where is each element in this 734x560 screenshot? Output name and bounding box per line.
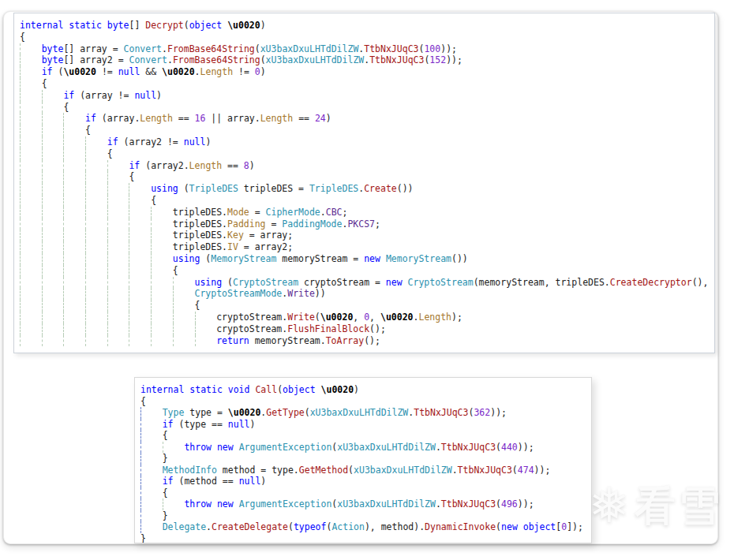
indent-guide [151,312,173,323]
indent-guide [20,102,42,114]
screenshot-root: internal static byte[] Decrypt(object \u… [0,0,734,560]
indent-guide [42,277,64,289]
code-line: tripleDES.IV = array2; [20,241,714,253]
indent-guide [20,312,42,323]
indent-guide [151,300,173,312]
indent-guide [107,253,129,265]
indent-guide [42,335,64,347]
indent-guide [20,218,42,230]
indent-guide [107,195,129,207]
indent-guide [129,195,151,207]
indent-guide [151,241,173,253]
indent-guide [42,265,64,277]
indent-guide [129,312,151,323]
code-line: { [20,102,714,114]
code-line: { [20,125,714,136]
indent-guide [20,90,42,102]
indent-guide [107,300,129,312]
code-line: { [20,148,714,160]
indent-guide [107,207,129,218]
code-line: tripleDES.Mode = CipherMode.CBC; [20,207,714,218]
indent-guide [42,253,64,265]
indent-guide [42,136,64,148]
indent-guide [20,148,42,160]
code-line: { [140,487,591,499]
indent-guide [63,241,85,253]
indent-guide [85,136,107,148]
code-line: throw new ArgumentException(xU3baxDxuLHT… [140,442,591,454]
indent-guide [107,230,129,241]
indent-guide [85,148,107,160]
indent-guide [42,183,64,195]
kanxue-watermark: ❅ 看雪 [589,481,723,530]
snowflake-icon: ❅ [589,481,630,530]
indent-guide [85,288,107,300]
code-line: using (CryptoStream cryptoStream = new C… [20,277,714,289]
code-line: tripleDES.Key = array; [20,230,714,241]
code-line: using (TripleDES tripleDES = TripleDES.C… [20,183,714,195]
indent-guide [173,312,195,323]
indent-guide [42,148,64,160]
indent-guide [107,323,129,335]
indent-guide [63,230,85,241]
indent-guide [140,476,163,487]
code-line: { [140,396,591,408]
indent-guide [85,277,107,289]
code-line: if (\u0020 != null && \u0020.Length != 0… [20,66,714,78]
indent-guide [63,195,85,207]
indent-guide [42,171,64,183]
indent-guide [20,265,42,277]
indent-guide [85,218,107,230]
indent-guide [107,183,129,195]
indent-guide [195,312,217,323]
code-line: { [20,300,714,312]
indent-guide [63,160,85,172]
code-line: MethodInfo method = type.GetMethod(xU3ba… [140,465,591,476]
indent-guide [63,171,85,183]
code-line: { [20,171,714,183]
indent-guide [129,207,151,218]
indent-guide [63,253,85,265]
decrypt-method-code-popup[interactable]: internal static byte[] Decrypt(object \u… [13,13,715,353]
code-line: { [20,32,714,43]
code-line: } [140,533,591,544]
indent-guide [42,312,64,323]
indent-guide [63,265,85,277]
indent-guide [129,230,151,241]
code-line: tripleDES.Padding = PaddingMode.PKCS7; [20,218,714,230]
code-line: if (array != null) [20,90,714,102]
indent-guide [85,300,107,312]
indent-guide [107,288,129,300]
indent-guide [42,241,64,253]
indent-guide [42,300,64,312]
indent-guide [173,300,195,312]
indent-guide [151,253,173,265]
call-method-code-popup[interactable]: internal static void Call(object \u0020)… [134,377,592,543]
indent-guide [20,136,42,148]
indent-guide [151,323,173,335]
code-line: if (array2 != null) [20,136,714,148]
indent-guide [85,312,107,323]
indent-guide [20,54,42,66]
indent-guide [20,241,42,253]
indent-guide [163,442,185,454]
code-line: Type type = \u0020.GetType(xU3baxDxuLHTd… [140,407,591,419]
indent-guide [85,230,107,241]
indent-guide [85,171,107,183]
indent-guide [20,171,42,183]
indent-guide [173,277,195,289]
indent-guide [85,253,107,265]
code-line: using (MemoryStream memoryStream = new M… [20,253,714,265]
code-line: if (method == null) [140,476,591,487]
indent-guide [85,323,107,335]
indent-guide [63,288,85,300]
indent-guide [129,300,151,312]
indent-guide [151,207,173,218]
indent-guide [140,465,163,476]
indent-guide [107,312,129,323]
indent-guide [63,183,85,195]
indent-guide [129,265,151,277]
indent-guide [173,335,195,347]
indent-guide [63,136,85,148]
indent-guide [151,230,173,241]
